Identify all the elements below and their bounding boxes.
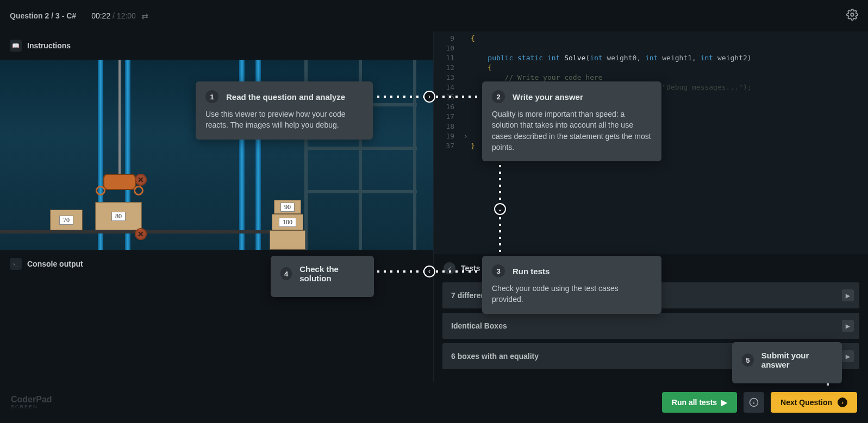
brand: CoderPad SCREEN	[11, 395, 52, 409]
info-button[interactable]	[744, 392, 764, 413]
close-marker-icon: ✕	[135, 228, 147, 240]
terminal-icon: ›_	[10, 258, 22, 270]
top-bar: Question 2 / 3 - C# 00:22 / 12:00 ⇄	[0, 0, 868, 31]
close-marker-icon: ✕	[135, 174, 147, 186]
box-80: 80	[95, 202, 142, 230]
run-test-icon[interactable]: ▶	[842, 289, 854, 301]
play-icon: ▶	[721, 398, 727, 407]
box-70: 70	[50, 210, 83, 230]
test-row[interactable]: Identical Boxes▶	[442, 313, 859, 339]
chevron-left-icon: ‹	[423, 266, 435, 277]
footer: CoderPad SCREEN Run all tests▶ Next Ques…	[0, 382, 868, 423]
box-100: 100	[272, 214, 303, 230]
instructions-label: Instructions	[27, 41, 71, 50]
test-name: Identical Boxes	[451, 321, 507, 330]
instructions-header: 📖 Instructions	[0, 31, 433, 60]
chevron-right-icon: ›	[838, 397, 847, 407]
run-test-icon[interactable]: ▶	[842, 350, 854, 362]
settings-icon[interactable]	[846, 9, 858, 23]
tour-step-2: 2Write your answer Quality is more impor…	[482, 81, 661, 161]
code-line[interactable]: 10	[434, 43, 868, 53]
tour-step-4: 4Check the solution	[271, 256, 374, 297]
console-label: Console output	[27, 260, 83, 268]
code-line[interactable]: 9{	[434, 34, 868, 43]
timer: 00:22 / 12:00	[91, 11, 136, 20]
timer-total: / 12:00	[113, 11, 136, 20]
chevron-down-icon: ⌄	[494, 203, 506, 215]
code-line[interactable]: 12 {	[434, 63, 868, 73]
run-all-tests-button[interactable]: Run all tests▶	[662, 392, 737, 413]
code-line[interactable]: 11 public static int Solve(int weight0, …	[434, 53, 868, 63]
timer-elapsed: 00:22	[91, 11, 110, 20]
next-question-button[interactable]: Next Question›	[771, 392, 857, 413]
box-90: 90	[274, 200, 301, 214]
tour-step-1: 1Read the question and analyze Use this …	[196, 81, 373, 140]
svg-point-0	[851, 13, 854, 16]
book-icon: 📖	[10, 40, 22, 52]
question-title: Question 2 / 3 - C#	[10, 11, 76, 20]
test-name: 6 boxes with an equality	[451, 352, 539, 361]
tour-step-5: 5Submit your answer	[732, 342, 842, 383]
tour-step-3: 3Run tests Check your code using the tes…	[482, 256, 661, 314]
box-stack-base	[270, 230, 305, 250]
chevron-right-icon: ›	[423, 91, 435, 103]
run-test-icon[interactable]: ▶	[842, 320, 854, 332]
swap-icon[interactable]: ⇄	[141, 11, 148, 21]
